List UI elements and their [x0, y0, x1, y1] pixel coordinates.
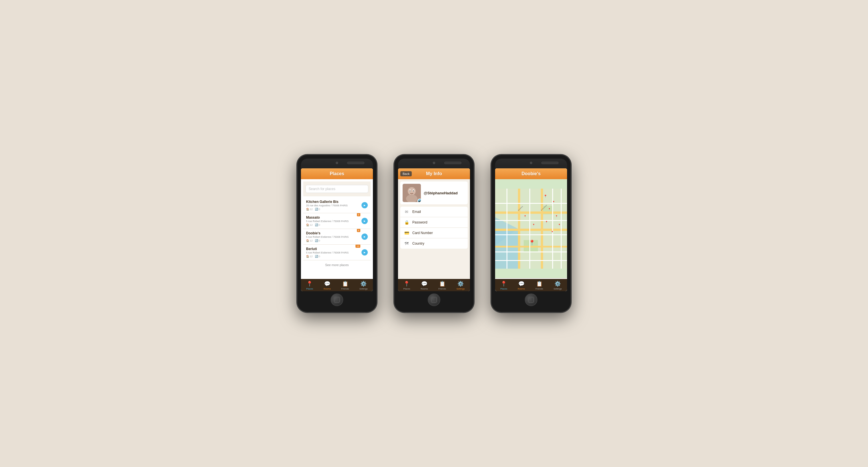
settings-label-1: Settings — [360, 288, 368, 290]
map-svg: 📍 📍 📍 📍 📍 📍 📍 📍 📍 📍 Broadway W Broadway — [495, 179, 567, 278]
home-button-2[interactable] — [428, 293, 440, 306]
places-screen: Places Search for places Kitchen Galleri… — [301, 168, 373, 291]
place-stats-2: 🏠 12 🔄 0 — [306, 239, 362, 242]
place-name-2: Doobie's — [306, 231, 362, 235]
nav-friends-1[interactable]: 📋 Friends — [341, 281, 349, 290]
camera-1 — [336, 162, 338, 164]
svg-rect-22 — [506, 188, 507, 269]
places-label-2: Places — [403, 288, 410, 290]
phone-bottom-2 — [398, 291, 470, 309]
phone-2: Back My Info 📷 — [394, 155, 474, 312]
card-label: Card Number — [412, 231, 433, 235]
place-badge-2: 8 — [357, 229, 360, 232]
svg-text:📍: 📍 — [558, 224, 561, 226]
place-arrow-1[interactable] — [362, 218, 368, 224]
svg-rect-15 — [518, 188, 520, 269]
rooms-label-3: Rooms — [518, 288, 525, 290]
place-item-2[interactable]: 8 Doobie's 5 rue Robert Estienne / 75008… — [303, 229, 371, 245]
svg-text:📍: 📍 — [544, 194, 547, 198]
svg-text:📍: 📍 — [532, 224, 535, 226]
place-stats-0: 🏠 12 🔄 0 — [306, 208, 362, 211]
nav-settings-1[interactable]: ⚙️ Settings — [360, 281, 368, 290]
info-card[interactable]: 💳 Card Number — [400, 228, 468, 238]
email-label: Email — [412, 210, 421, 214]
rooms-icon-1: 💬 — [324, 281, 330, 287]
place-address-2: 5 rue Robert Estienne / 75008 PARIS — [306, 235, 362, 238]
password-icon: 🔒 — [404, 220, 409, 225]
svg-rect-25 — [561, 188, 562, 269]
nav-places-1[interactable]: 📍 Places — [306, 281, 313, 290]
profile-username: @StéphaneHaddad — [424, 191, 458, 195]
nav-rooms-3[interactable]: 💬 Rooms — [518, 281, 525, 290]
friends-label-2: Friends — [438, 288, 446, 290]
bottom-nav-3: 📍 Places 💬 Rooms 📋 Friends ⚙️ Settings — [495, 279, 567, 291]
place-checkins-0: 🏠 12 — [306, 208, 313, 211]
nav-friends-3[interactable]: 📋 Friends — [535, 281, 543, 290]
svg-text:📍: 📍 — [524, 215, 527, 218]
rooms-icon-3: 💬 — [518, 281, 525, 287]
map-area[interactable]: 📍 📍 📍 📍 📍 📍 📍 📍 📍 📍 Broadway W Broadway — [495, 179, 567, 278]
info-password[interactable]: 🔒 Password — [400, 217, 468, 228]
settings-icon-2: ⚙️ — [457, 281, 464, 287]
screen-3: Doobie's — [495, 168, 567, 291]
home-button-3[interactable] — [525, 293, 537, 306]
nav-rooms-1[interactable]: 💬 Rooms — [323, 281, 331, 290]
nav-rooms-2[interactable]: 💬 Rooms — [421, 281, 428, 290]
svg-rect-23 — [529, 188, 530, 269]
nav-settings-3[interactable]: ⚙️ Settings — [554, 281, 562, 290]
svg-rect-24 — [552, 188, 553, 269]
place-name-1: Massato — [306, 215, 362, 220]
place-arrow-0[interactable] — [362, 202, 368, 208]
myinfo-screen: Back My Info 📷 — [398, 168, 470, 291]
info-list: ✉ Email 🔒 Password 💳 Card Number 🗺 Count… — [400, 207, 468, 249]
svg-rect-12 — [495, 211, 567, 214]
back-button[interactable]: Back — [400, 171, 412, 176]
nav-places-2[interactable]: 📍 Places — [403, 281, 410, 290]
speaker-3 — [541, 162, 558, 164]
see-more-button[interactable]: See more places — [303, 260, 371, 269]
place-item-0[interactable]: Kitchen Gallerie Bis 25 rue des Augustin… — [303, 198, 371, 213]
svg-rect-14 — [495, 246, 567, 247]
place-info-3: Berluti 5 rue Robert Estienne / 75008 PA… — [306, 247, 362, 258]
place-item-1[interactable]: 8 Massato 5 rue Robert Estienne / 75008 … — [303, 213, 371, 229]
home-button-1[interactable] — [331, 293, 343, 306]
speaker-1 — [347, 162, 364, 164]
svg-rect-21 — [495, 260, 567, 261]
search-placeholder: Search for places — [309, 187, 335, 191]
phone-bottom-3 — [495, 291, 567, 309]
phone-1: Places Search for places Kitchen Galleri… — [297, 155, 377, 312]
svg-text:📍: 📍 — [548, 208, 551, 211]
nav-settings-2[interactable]: ⚙️ Settings — [457, 281, 465, 290]
svg-point-6 — [413, 191, 414, 192]
place-stats-1: 🏠 12 🔄 0 — [306, 224, 362, 226]
nav-friends-2[interactable]: 📋 Friends — [438, 281, 446, 290]
settings-label-2: Settings — [457, 288, 465, 290]
place-comments-2: 🔄 0 — [315, 239, 320, 242]
info-email[interactable]: ✉ Email — [400, 207, 468, 217]
avatar-camera-badge[interactable]: 📷 — [417, 199, 421, 202]
places-label-3: Places — [500, 288, 507, 290]
settings-label-3: Settings — [554, 288, 562, 290]
svg-text:📍: 📍 — [545, 221, 548, 224]
rooms-label-2: Rooms — [421, 288, 428, 290]
place-arrow-3[interactable] — [362, 249, 368, 256]
card-icon: 💳 — [404, 231, 409, 235]
place-info-0: Kitchen Gallerie Bis 25 rue des Augustin… — [306, 200, 362, 211]
svg-rect-18 — [495, 220, 567, 221]
friends-icon-1: 📋 — [342, 281, 348, 287]
rooms-label-1: Rooms — [323, 288, 331, 290]
home-button-inner-3 — [528, 297, 534, 303]
places-title: Places — [330, 171, 344, 176]
place-arrow-2[interactable] — [362, 233, 368, 240]
camera-3 — [530, 162, 532, 164]
info-country[interactable]: 🗺 Country — [400, 238, 468, 249]
phone-top-1 — [301, 158, 373, 167]
svg-text:📍: 📍 — [552, 201, 555, 204]
place-item-3[interactable]: 13 Berluti 5 rue Robert Estienne / 75008… — [303, 245, 371, 260]
settings-icon-3: ⚙️ — [555, 281, 561, 287]
screen-2: Back My Info 📷 — [398, 168, 470, 291]
nav-places-3[interactable]: 📍 Places — [500, 281, 507, 290]
search-bar[interactable]: Search for places — [306, 185, 368, 193]
place-comments-0: 🔄 0 — [315, 208, 320, 211]
myinfo-title: My Info — [426, 171, 442, 176]
